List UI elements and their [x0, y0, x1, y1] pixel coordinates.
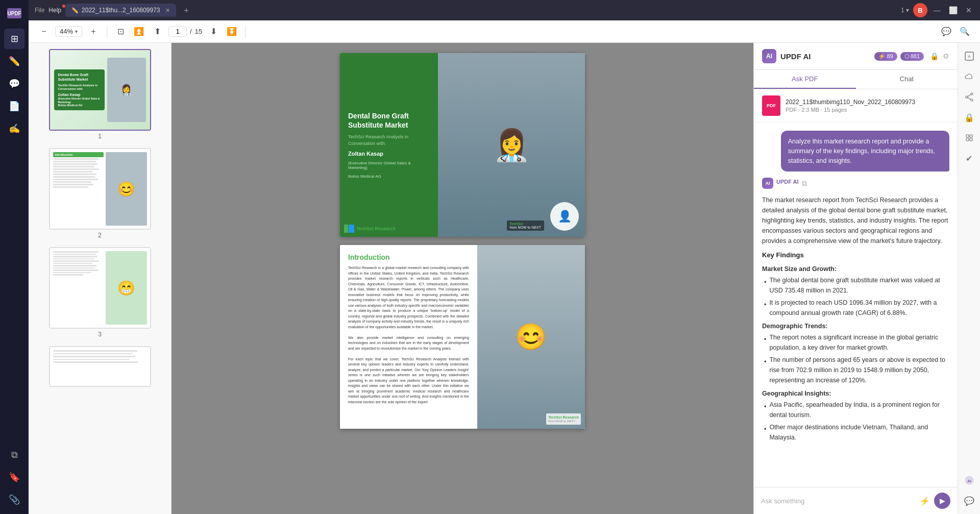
page2-section-title: Introduction [348, 253, 469, 261]
thumbnail-2[interactable]: Introduction [35, 148, 165, 239]
page1-person-name: Zoltan Kasap [348, 151, 430, 157]
pdf-page-1: Dental Bone Graft Substitute Market Tech… [340, 53, 585, 237]
thumbnail-3[interactable]: 😁 3 [35, 247, 165, 338]
page-separator: / [190, 28, 192, 35]
token-badge-1[interactable]: ⚡ 89 [874, 52, 897, 61]
thumbnail-4[interactable] [35, 346, 165, 387]
help-menu[interactable]: Help [48, 7, 61, 14]
ai-tab-bar: Ask PDF Chat [754, 70, 958, 89]
bullet-dot: • [764, 424, 766, 443]
file-menu[interactable]: File [35, 7, 44, 14]
toolbar: − 44% ▾ + ⊡ ⏫ ⬆ / 15 ⬇ ⏬ 💬 🔍 [29, 20, 980, 43]
far-right-ocr-icon[interactable]: A [960, 47, 978, 65]
file-name: 2022_11$thumbimg110_Nov_2022_160809973 [786, 99, 915, 106]
zoom-display[interactable]: 44% ▾ [55, 26, 82, 37]
search-btn[interactable]: 🔍 [958, 25, 972, 39]
page-nav: / 15 [168, 26, 202, 37]
bullet-dot: • [764, 357, 766, 385]
svg-line-9 [968, 94, 971, 96]
tab-ask-pdf[interactable]: Ask PDF [754, 70, 856, 89]
sidebar-layers-btn[interactable]: ⧉ [4, 445, 24, 465]
main-content: File Help ✏️ 2022_11$thu...2_160809973 ✕… [29, 0, 980, 514]
svg-rect-13 [966, 138, 969, 141]
bullet-text: It is projected to reach USD 1096.34 mil… [769, 298, 949, 318]
sidebar-thumbnail-btn[interactable]: ⊞ [4, 29, 24, 49]
bullet-3-1: • Asia Pacific, spearheaded by India, is… [762, 400, 949, 420]
ai-input-field[interactable] [761, 497, 916, 505]
close-btn[interactable]: ✕ [964, 6, 974, 14]
far-right-cloud-icon[interactable] [960, 67, 978, 86]
thumb4-content [50, 347, 150, 386]
version-selector[interactable]: 1 ▾ [901, 7, 909, 14]
first-page-btn[interactable]: ⏫ [132, 25, 146, 39]
ai-token-badges: ⚡ 89 ⬡ 881 [874, 52, 924, 61]
section2-title: Demographic Trends: [762, 321, 949, 331]
user-avatar[interactable]: B [913, 3, 927, 17]
comment-view-btn[interactable]: 💬 [939, 25, 953, 39]
svg-point-8 [971, 99, 973, 101]
thumb-number-2: 2 [98, 232, 102, 239]
tab-chat[interactable]: Chat [856, 70, 958, 89]
sidebar-pages-btn[interactable]: 📄 [4, 96, 24, 116]
thumb2-header: Introduction [53, 152, 104, 157]
sidebar-signature-btn[interactable]: ✍ [4, 118, 24, 139]
bullet-text: The number of persons aged 65 years or a… [769, 355, 949, 385]
bullet-dot: • [764, 300, 766, 318]
far-right-comment-icon[interactable]: 💬 [960, 492, 978, 510]
document-tab[interactable]: ✏️ 2022_11$thu...2_160809973 ✕ [65, 4, 176, 17]
bullet-2-1: • The report notes a significant increas… [762, 332, 949, 353]
tab-close-btn[interactable]: ✕ [165, 7, 170, 14]
file-details: 2022_11$thumbimg110_Nov_2022_160809973 P… [786, 99, 915, 113]
ai-response-logo: AI [762, 178, 773, 189]
token-badge-2[interactable]: ⬡ 881 [900, 52, 924, 61]
copy-icon[interactable]: ⧉ [802, 179, 807, 188]
bullet-1-2: • It is projected to reach USD 1096.34 m… [762, 298, 949, 318]
sidebar-attachment-btn[interactable]: 📎 [4, 489, 24, 510]
ai-chat-area[interactable]: Analyze this market research report and … [754, 123, 958, 487]
ai-sender-label: UPDF AI [776, 179, 799, 185]
page-number-input[interactable] [168, 26, 187, 37]
lock-icon[interactable]: 🔒 [930, 52, 939, 60]
zoom-in-btn[interactable]: + [86, 25, 101, 39]
thumb-img-1: Dental Bone Graft Substitute Market Tech… [49, 49, 151, 131]
ai-logo: AI [762, 49, 776, 63]
thumbnail-1[interactable]: Dental Bone Graft Substitute Market Tech… [35, 49, 165, 140]
page1-person-role: (Executive Director Global Sales & Marke… [348, 161, 430, 170]
toolbar-right: 💬 🔍 [939, 25, 972, 39]
ai-intro-text: The market research report from TechSci … [762, 195, 949, 246]
far-right-share-icon[interactable] [960, 88, 978, 106]
far-right-compress-icon[interactable] [960, 129, 978, 147]
thumb3-image: 😁 [106, 251, 147, 325]
page-total: 15 [195, 28, 202, 35]
settings-icon[interactable]: ⚙ [943, 52, 949, 60]
svg-rect-3 [349, 225, 354, 233]
far-right-lock-icon[interactable]: 🔒 [960, 108, 978, 127]
bullet-dot: • [764, 402, 766, 420]
page1-title: Dental Bone Graft Substitute Market [348, 111, 430, 130]
last-page-btn[interactable]: ⏬ [225, 25, 239, 39]
minimize-btn[interactable]: — [932, 6, 943, 14]
sidebar-comment-btn[interactable]: 💬 [4, 74, 24, 94]
thumbnails-panel: Dental Bone Graft Substitute Market Tech… [29, 43, 172, 514]
bullet-text: Other major destinations include Vietnam… [769, 422, 949, 443]
pdf-viewer[interactable]: Dental Bone Graft Substitute Market Tech… [172, 43, 753, 514]
far-right-check-icon[interactable]: ✔ [960, 149, 978, 167]
ai-send-btn[interactable]: ▶ [934, 493, 950, 509]
lightning-icon[interactable]: ⚡ [920, 496, 930, 506]
sidebar-bookmark-btn[interactable]: 🔖 [4, 467, 24, 487]
prev-page-btn[interactable]: ⬆ [150, 25, 164, 39]
file-icon-pdf: PDF [762, 95, 780, 116]
ai-response-header: AI UPDF AI ⧉ [762, 178, 949, 189]
toolbar-divider2 [245, 26, 246, 38]
add-tab-btn[interactable]: ＋ [182, 5, 190, 16]
fit-page-btn[interactable]: ⊡ [113, 25, 128, 39]
maximize-btn[interactable]: ⬜ [947, 6, 960, 14]
zoom-out-btn[interactable]: − [37, 25, 51, 39]
page1-subtitle: TechSci Research Analysts in Conversatio… [348, 134, 430, 146]
next-page-btn[interactable]: ⬇ [206, 25, 220, 39]
sidebar-edit-btn[interactable]: ✏️ [4, 51, 24, 71]
zoom-chevron-icon: ▾ [75, 29, 78, 34]
far-right-ai-icon[interactable]: AI [960, 471, 978, 489]
portrait-overlay: 👤 [550, 202, 579, 231]
techsci-label: TechSci Research [356, 226, 396, 231]
